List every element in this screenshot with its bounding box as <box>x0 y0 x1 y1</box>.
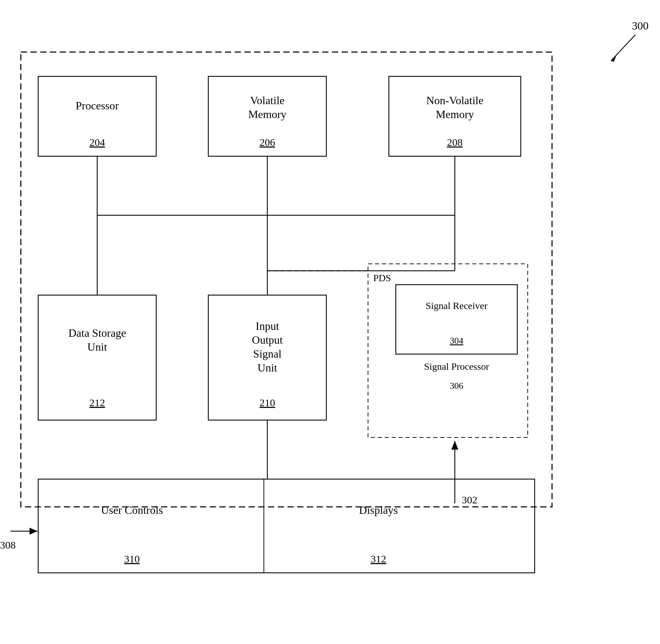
user-controls-label: User Controls <box>101 504 163 516</box>
non-volatile-label1: Non-Volatile <box>426 94 484 107</box>
pds-dashed-box <box>368 264 528 437</box>
displays-label: Displays <box>359 504 398 516</box>
diagram-container: 300 Processor 204 Volatile Memory 206 No… <box>0 0 660 644</box>
user-controls-num: 310 <box>124 553 140 564</box>
signal-processor-label: Signal Processor <box>424 361 489 372</box>
pds-label: PDS <box>373 273 391 283</box>
signal-receiver-num: 304 <box>450 336 463 346</box>
io-num: 210 <box>260 397 275 408</box>
displays-num: 312 <box>371 553 386 564</box>
volatile-memory-num: 206 <box>260 136 275 148</box>
signal-processor-num: 306 <box>450 381 463 391</box>
io-label4: Unit <box>258 361 277 374</box>
user-controls-displays-box <box>38 479 535 573</box>
svg-marker-1 <box>611 56 616 62</box>
processor-num: 204 <box>90 136 105 148</box>
io-label2: Output <box>252 334 283 346</box>
data-storage-label2: Unit <box>87 341 107 353</box>
svg-marker-13 <box>451 441 458 450</box>
svg-marker-17 <box>30 528 37 535</box>
ref-300: 300 <box>632 19 649 32</box>
signal-receiver-label: Signal Receiver <box>426 300 488 311</box>
non-volatile-label2: Memory <box>436 108 474 120</box>
io-label1: Input <box>256 320 279 332</box>
ref-308: 308 <box>0 539 16 551</box>
processor-label: Processor <box>76 99 119 112</box>
io-label3: Signal <box>253 348 282 360</box>
svg-line-0 <box>611 35 635 61</box>
non-volatile-num: 208 <box>447 136 463 148</box>
ref-302: 302 <box>462 494 477 505</box>
data-storage-num: 212 <box>90 397 105 408</box>
volatile-memory-label1: Volatile <box>250 94 285 107</box>
data-storage-label1: Data Storage <box>68 327 126 339</box>
volatile-memory-label2: Memory <box>248 108 286 120</box>
